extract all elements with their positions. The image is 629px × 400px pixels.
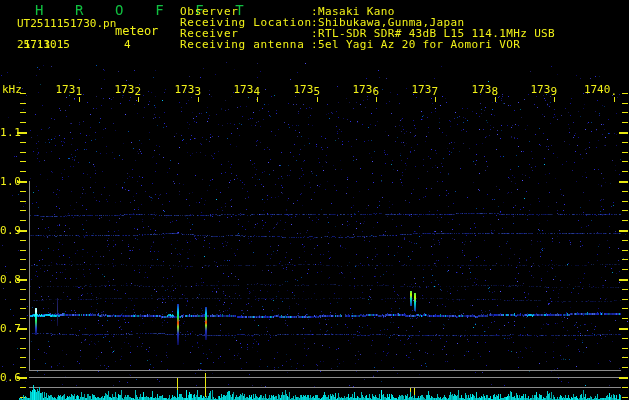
watermark-label: meteor <box>115 24 158 38</box>
x-tick-label: 1740. <box>577 84 617 96</box>
x-tick-label: 1738 <box>458 84 498 96</box>
x-tick-label: 1734 <box>220 84 260 96</box>
y-axis-unit-label: kHz <box>2 83 22 96</box>
station-info-fields: Observer:Masaki KanoReceiving Location:S… <box>180 6 629 58</box>
field-separator: : <box>311 39 318 50</box>
y-tick-label: 0.9 <box>0 225 20 236</box>
y-tick-label: 0.6 <box>0 372 20 383</box>
time-value: 17:30 <box>24 38 57 51</box>
field-label: Receiving antenna <box>180 39 304 50</box>
meteor-count: 4 <box>124 38 131 51</box>
y-tick-label: 1.0 <box>0 176 20 187</box>
datetime-row: 25.11.15 17:30 <box>17 38 24 51</box>
x-tick-label: 1739 <box>517 84 557 96</box>
y-tick-label: 0.8 <box>0 274 20 285</box>
y-tick-label: 1.1 <box>0 127 20 138</box>
output-filename: UT2511151730.pn <box>17 17 116 30</box>
x-tick-label: 1733 <box>161 84 201 96</box>
x-tick-label: 1737 <box>398 84 438 96</box>
spectrogram-canvas <box>0 0 629 400</box>
hrofft-screen: H R O F F T UT2511151730.pn meteor 25.11… <box>0 0 629 400</box>
x-tick-label: 1736 <box>339 84 379 96</box>
field-value: 5el Yagi Az 20 for Aomori VOR <box>318 39 520 50</box>
y-tick-label: 0.7 <box>0 323 20 334</box>
x-tick-label: 1732 <box>101 84 141 96</box>
x-tick-label: 1731 <box>42 84 82 96</box>
x-tick-label: 1735 <box>280 84 320 96</box>
